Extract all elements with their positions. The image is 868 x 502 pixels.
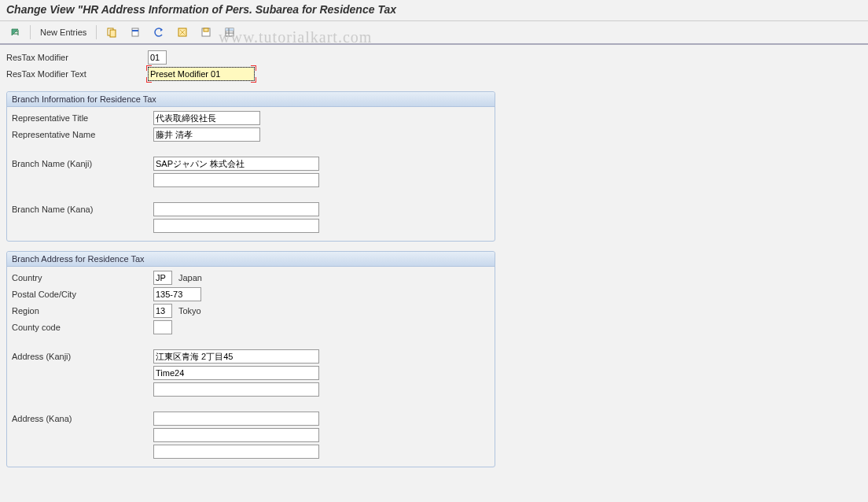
country-label: Country bbox=[12, 273, 153, 282]
save-icon[interactable] bbox=[196, 24, 216, 40]
expand-icon[interactable] bbox=[5, 24, 25, 40]
restax-modifier-text-label: ResTax Modifier Text bbox=[6, 69, 148, 79]
rep-name-label: Representative Name bbox=[12, 130, 153, 139]
page-title: Change View "HR Address Information of P… bbox=[0, 0, 868, 21]
restax-modifier-label: ResTax Modifier bbox=[6, 53, 148, 62]
country-field[interactable] bbox=[153, 271, 172, 285]
addr-kana-label: Address (Kana) bbox=[12, 414, 153, 423]
restax-modifier-field[interactable] bbox=[148, 50, 167, 65]
branch-kana-label: Branch Name (Kana) bbox=[12, 205, 153, 214]
select-all-icon[interactable] bbox=[172, 24, 193, 40]
undo-icon[interactable] bbox=[149, 24, 169, 40]
branch-kanji-field-2[interactable] bbox=[153, 173, 319, 187]
svg-rect-13 bbox=[226, 28, 234, 31]
branch-info-group: Branch Information for Residence Tax Rep… bbox=[6, 91, 495, 242]
rep-title-label: Representative Title bbox=[12, 113, 153, 123]
new-entries-button[interactable]: New Entries bbox=[35, 24, 91, 40]
addr-kanji-field-1[interactable] bbox=[153, 349, 319, 364]
addr-kanji-field-2[interactable] bbox=[153, 366, 319, 380]
region-field[interactable] bbox=[153, 304, 172, 318]
rep-title-field[interactable] bbox=[153, 111, 260, 125]
region-label: Region bbox=[12, 306, 153, 316]
copy-as-icon[interactable] bbox=[101, 24, 122, 40]
region-text: Tokyo bbox=[178, 306, 201, 316]
addr-kana-field-2[interactable] bbox=[153, 428, 319, 442]
svg-rect-5 bbox=[132, 28, 138, 36]
country-text: Japan bbox=[178, 273, 202, 282]
svg-rect-9 bbox=[204, 28, 208, 31]
branch-info-header: Branch Information for Residence Tax bbox=[7, 92, 495, 107]
addr-kanji-label: Address (Kanji) bbox=[12, 352, 153, 361]
branch-kanji-label: Branch Name (Kanji) bbox=[12, 159, 153, 168]
county-field[interactable] bbox=[153, 320, 172, 334]
branch-kanji-field-1[interactable] bbox=[153, 157, 319, 171]
restax-modifier-text-field[interactable] bbox=[148, 67, 255, 81]
postal-field[interactable] bbox=[153, 287, 201, 301]
toolbar: New Entries bbox=[0, 21, 868, 45]
table-view-icon[interactable] bbox=[219, 24, 240, 40]
county-label: County code bbox=[12, 323, 153, 332]
branch-addr-group: Branch Address for Residence Tax Country… bbox=[6, 251, 495, 467]
addr-kanji-field-3[interactable] bbox=[153, 382, 319, 397]
content-area: ResTax Modifier ResTax Modifier Text Bra… bbox=[0, 45, 868, 472]
branch-kana-field-1[interactable] bbox=[153, 202, 319, 216]
postal-label: Postal Code/City bbox=[12, 290, 153, 299]
addr-kana-field-3[interactable] bbox=[153, 445, 319, 459]
branch-addr-header: Branch Address for Residence Tax bbox=[7, 252, 495, 267]
rep-name-field[interactable] bbox=[153, 127, 260, 142]
addr-kana-field-1[interactable] bbox=[153, 412, 319, 426]
svg-rect-4 bbox=[110, 30, 116, 37]
delete-icon[interactable] bbox=[125, 24, 145, 40]
branch-kana-field-2[interactable] bbox=[153, 219, 319, 233]
